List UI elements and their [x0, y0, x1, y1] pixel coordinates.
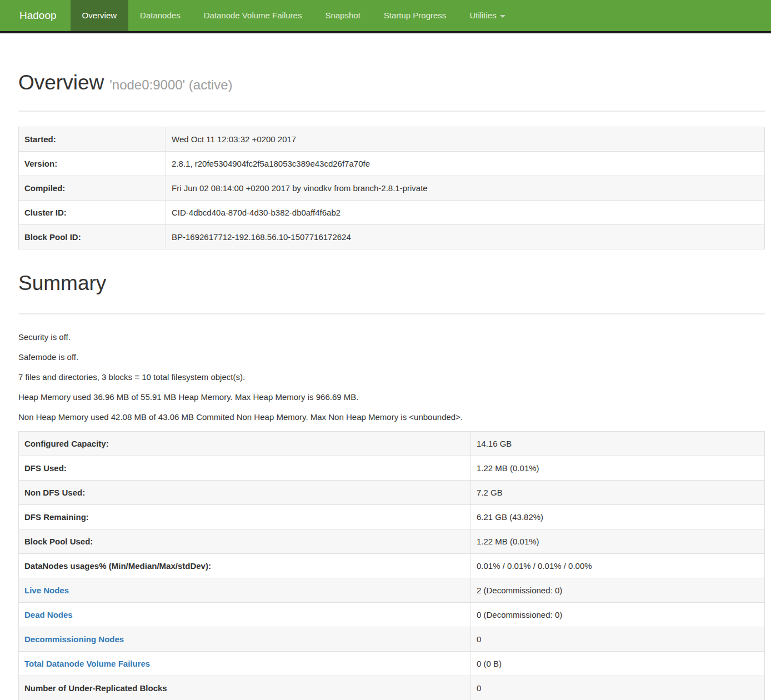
info-row-compiled: Compiled:Fri Jun 02 08:14:00 +0200 2017 …: [19, 176, 765, 201]
row-label: DFS Remaining:: [19, 505, 471, 529]
summary-row-dfs-used: DFS Used:1.22 MB (0.01%): [19, 456, 765, 481]
row-value: 0.01% / 0.01% / 0.01% / 0.00%: [471, 554, 765, 578]
summary-title: Summary: [18, 272, 765, 294]
live-nodes-link[interactable]: Live Nodes: [24, 586, 69, 595]
row-label: Non DFS Used:: [19, 481, 471, 505]
row-label: Block Pool ID:: [19, 225, 166, 249]
row-label: Version:: [19, 152, 166, 176]
row-value: Wed Oct 11 12:03:32 +0200 2017: [166, 127, 765, 152]
page-subtitle: 'node0:9000' (active): [109, 77, 232, 92]
row-label: Number of Under-Replicated Blocks: [19, 676, 471, 700]
dead-nodes-link[interactable]: Dead Nodes: [24, 610, 73, 619]
row-value: 0 (0 B): [471, 652, 765, 676]
row-value: 7.2 GB: [471, 481, 765, 505]
info-row-version: Version:2.8.1, r20fe5304904fc2f5a18053c3…: [19, 152, 765, 176]
decommissioning-nodes-link[interactable]: Decommissioning Nodes: [24, 634, 124, 644]
page-title: Overview'node0:9000' (active): [18, 71, 765, 96]
summary-paragraph-1: Security is off.: [18, 331, 765, 343]
summary-row-decommissioning-nodes: Decommissioning Nodes0: [19, 627, 765, 652]
row-value: 0: [471, 676, 765, 700]
info-row-block-pool-id: Block Pool ID:BP-1692617712-192.168.56.1…: [19, 225, 765, 249]
info-row-cluster-id: Cluster ID:CID-4dbcd40a-870d-4d30-b382-d…: [19, 201, 765, 225]
row-value: 6.21 GB (43.82%): [471, 505, 765, 529]
row-label: Started:: [19, 127, 166, 152]
overview-info-table: Started:Wed Oct 11 12:03:32 +0200 2017Ve…: [18, 127, 765, 249]
summary-paragraph-3: 7 files and directories, 3 blocks = 10 t…: [18, 371, 765, 383]
row-label: DataNodes usages% (Min/Median/Max/stdDev…: [19, 554, 471, 578]
row-label: DFS Used:: [19, 456, 471, 481]
row-label: Dead Nodes: [19, 603, 471, 627]
row-value: 1.22 MB (0.01%): [471, 456, 765, 481]
summary-paragraphs: Security is off.Safemode is off.7 files …: [18, 331, 765, 423]
summary-row-dead-nodes: Dead Nodes0 (Decommissioned: 0): [19, 603, 765, 627]
nav-tab-datanode-volume-failures[interactable]: Datanode Volume Failures: [192, 0, 314, 31]
summary-row-number-of-under-replicated-blocks: Number of Under-Replicated Blocks0: [19, 676, 765, 700]
info-row-started: Started:Wed Oct 11 12:03:32 +0200 2017: [19, 127, 765, 152]
brand-link[interactable]: Hadoop: [9, 0, 67, 31]
page-header: Overview'node0:9000' (active): [18, 71, 765, 112]
nav-tab-utilities[interactable]: Utilities: [458, 0, 517, 31]
summary-paragraph-4: Heap Memory used 36.96 MB of 55.91 MB He…: [18, 391, 765, 403]
summary-paragraph-5: Non Heap Memory used 42.08 MB of 43.06 M…: [18, 411, 765, 423]
nav-tab-snapshot[interactable]: Snapshot: [313, 0, 372, 31]
summary-row-live-nodes: Live Nodes2 (Decommissioned: 0): [19, 578, 765, 603]
row-value: 2.8.1, r20fe5304904fc2f5a18053c389e43cd2…: [166, 152, 765, 176]
row-label: Total Datanode Volume Failures: [19, 652, 471, 676]
summary-row-dfs-remaining: DFS Remaining:6.21 GB (43.82%): [19, 505, 765, 529]
row-value: 1.22 MB (0.01%): [471, 529, 765, 554]
row-value: 14.16 GB: [471, 432, 765, 456]
summary-row-datanodes-usages-min-median-max-stddev: DataNodes usages% (Min/Median/Max/stdDev…: [19, 554, 765, 578]
nav-tab-datanodes[interactable]: Datanodes: [128, 0, 192, 31]
row-label: Compiled:: [19, 176, 166, 201]
nav-tab-overview[interactable]: Overview: [71, 0, 129, 31]
summary-header: Summary: [18, 272, 765, 314]
row-value: 0 (Decommissioned: 0): [471, 603, 765, 627]
summary-paragraph-2: Safemode is off.: [18, 351, 765, 363]
row-value: CID-4dbcd40a-870d-4d30-b382-db0aff4f6ab2: [166, 201, 765, 225]
main-container: Overview'node0:9000' (active) Started:We…: [18, 71, 765, 700]
row-label: Live Nodes: [19, 578, 471, 603]
top-navbar: Hadoop OverviewDatanodesDatanode Volume …: [0, 0, 771, 33]
row-label: Configured Capacity:: [19, 432, 471, 456]
summary-row-non-dfs-used: Non DFS Used:7.2 GB: [19, 481, 765, 505]
navbar-inner: Hadoop OverviewDatanodesDatanode Volume …: [0, 0, 771, 31]
nav-tabs: OverviewDatanodesDatanode Volume Failure…: [71, 0, 517, 31]
navbar-bottom-strip: [0, 31, 771, 33]
row-value: BP-1692617712-192.168.56.10-150771617262…: [166, 225, 765, 249]
caret-down-icon: [500, 15, 505, 18]
summary-table: Configured Capacity:14.16 GBDFS Used:1.2…: [18, 431, 765, 700]
row-label: Cluster ID:: [19, 201, 166, 225]
total-datanode-volume-failures-link[interactable]: Total Datanode Volume Failures: [24, 659, 150, 668]
row-value: 0: [471, 627, 765, 652]
row-value: Fri Jun 02 08:14:00 +0200 2017 by vinodk…: [166, 176, 765, 201]
nav-tab-startup-progress[interactable]: Startup Progress: [372, 0, 458, 31]
row-value: 2 (Decommissioned: 0): [471, 578, 765, 603]
row-label: Decommissioning Nodes: [19, 627, 471, 652]
page-title-text: Overview: [18, 71, 104, 94]
row-label: Block Pool Used:: [19, 529, 471, 554]
summary-row-total-datanode-volume-failures: Total Datanode Volume Failures0 (0 B): [19, 652, 765, 676]
summary-row-configured-capacity: Configured Capacity:14.16 GB: [19, 432, 765, 456]
summary-row-block-pool-used: Block Pool Used:1.22 MB (0.01%): [19, 529, 765, 554]
